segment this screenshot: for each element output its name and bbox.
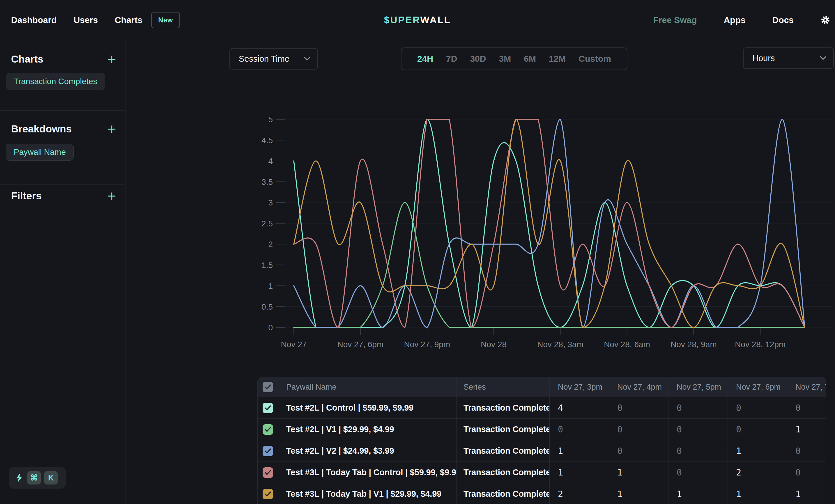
breakdown-pill-paywall-name[interactable]: Paywall Name bbox=[6, 144, 74, 161]
chevron-down-icon bbox=[304, 57, 310, 61]
y-tick-label: 3.5 bbox=[262, 177, 273, 187]
unit-select[interactable]: Hours bbox=[743, 47, 834, 69]
breakdown-table: Paywall NameSeriesNov 27, 3pmNov 27, 4pm… bbox=[257, 377, 826, 504]
range-tab-30d[interactable]: 30D bbox=[470, 54, 486, 64]
value-cell-2: 0 bbox=[669, 462, 728, 483]
nav-left: Dashboard Users Charts New bbox=[0, 12, 180, 28]
checkmark-icon bbox=[265, 448, 271, 454]
logo-suffix: WALL bbox=[420, 15, 451, 25]
row-checkbox[interactable] bbox=[263, 467, 273, 478]
sidebar: Charts + Transaction Completes Breakdown… bbox=[0, 40, 125, 504]
table-row: Test #3L | Today Tab | V1 | $29.99, $4.9… bbox=[258, 483, 826, 504]
y-tick-label: 2.5 bbox=[262, 219, 273, 228]
nav-item-apps[interactable]: Apps bbox=[724, 15, 746, 25]
value-cell-0: 2 bbox=[550, 483, 609, 504]
nav-item-dashboard[interactable]: Dashboard bbox=[11, 15, 57, 25]
select-all-checkbox[interactable] bbox=[263, 382, 273, 392]
x-tick-label: Nov 27 bbox=[281, 340, 307, 349]
table-row: Test #2L | V2 | $24.99, $3.99Transaction… bbox=[258, 440, 826, 462]
top-nav: Dashboard Users Charts New $UPERWALL Fre… bbox=[0, 0, 835, 40]
table-header-row: Paywall NameSeriesNov 27, 3pmNov 27, 4pm… bbox=[258, 377, 826, 397]
new-badge: New bbox=[151, 12, 180, 28]
row-checkbox[interactable] bbox=[263, 489, 273, 499]
nav-item-charts[interactable]: Charts bbox=[115, 15, 142, 25]
nav-item-docs[interactable]: Docs bbox=[772, 15, 794, 25]
x-tick-label: Nov 28, 9am bbox=[671, 340, 717, 349]
sidebar-section-title-breakdowns: Breakdowns bbox=[11, 123, 72, 135]
x-tick-label: Nov 27, 9pm bbox=[404, 340, 450, 349]
value-cell-2: 0 bbox=[669, 397, 728, 418]
nav-right: Free Swag Apps Docs bbox=[653, 15, 835, 25]
value-cell-1: 1 bbox=[609, 462, 669, 483]
y-tick-label: 4.5 bbox=[262, 136, 273, 145]
y-tick-label: 4 bbox=[268, 156, 273, 166]
series-cell: Transaction Completes bbox=[456, 440, 550, 462]
y-tick-label: 0 bbox=[268, 323, 273, 332]
table-header-time-4: Nov 27, 7pm bbox=[787, 377, 826, 397]
range-tab-3m[interactable]: 3M bbox=[499, 54, 511, 64]
value-cell-4: 1 bbox=[787, 419, 826, 440]
value-cell-3: 0 bbox=[728, 419, 787, 440]
paywall-name-cell: Test #3L | Today Tab | V1 | $29.99, $4.9… bbox=[278, 483, 456, 504]
value-cell-1: 0 bbox=[609, 440, 669, 462]
command-palette-shortcut[interactable]: ⌘ K bbox=[9, 467, 66, 488]
time-range-tabs: 24H7D30D3M6M12MCustom bbox=[401, 47, 627, 70]
value-cell-0: 1 bbox=[550, 462, 609, 483]
paywall-name-cell: Test #3L | Today Tab | Control | $59.99,… bbox=[278, 462, 456, 483]
unit-select-value: Hours bbox=[744, 54, 775, 63]
table-row: Test #3L | Today Tab | Control | $59.99,… bbox=[258, 462, 826, 483]
y-tick-label: 3 bbox=[268, 198, 273, 207]
x-tick-label: Nov 28, 6am bbox=[604, 340, 650, 349]
x-tick-label: Nov 28, 12pm bbox=[735, 340, 786, 349]
row-checkbox-cell bbox=[258, 440, 278, 462]
value-cell-0: 1 bbox=[550, 440, 609, 462]
range-tab-6m[interactable]: 6M bbox=[524, 54, 536, 64]
command-keycap: ⌘ bbox=[27, 471, 41, 484]
y-tick-label: 2 bbox=[268, 240, 273, 249]
metric-select-value: Session Time bbox=[230, 54, 289, 64]
row-checkbox-cell bbox=[258, 397, 278, 418]
paywall-name-cell: Test #2L | V1 | $29.99, $4.99 bbox=[278, 419, 456, 440]
series-cell: Transaction Completes bbox=[456, 419, 550, 440]
row-checkbox-cell bbox=[258, 483, 278, 504]
settings-gear-icon[interactable] bbox=[820, 15, 830, 25]
series-cell: Transaction Completes bbox=[456, 462, 550, 483]
value-cell-3: 1 bbox=[728, 483, 787, 504]
table-header-time-2: Nov 27, 5pm bbox=[669, 377, 728, 397]
chart-pill-transaction-completes[interactable]: Transaction Completes bbox=[6, 73, 105, 90]
nav-item-free-swag[interactable]: Free Swag bbox=[653, 15, 697, 25]
row-checkbox-cell bbox=[258, 419, 278, 440]
range-tab-24h[interactable]: 24H bbox=[417, 54, 433, 64]
lightning-bolt-icon bbox=[15, 473, 24, 483]
value-cell-1: 1 bbox=[609, 483, 669, 504]
y-tick-label: 5 bbox=[268, 115, 273, 124]
nav-item-users[interactable]: Users bbox=[74, 15, 98, 25]
select-all-cell bbox=[258, 377, 278, 397]
value-cell-1: 0 bbox=[609, 397, 669, 418]
value-cell-0: 4 bbox=[550, 397, 609, 418]
controls-divider bbox=[126, 74, 835, 74]
add-breakdown-button[interactable]: + bbox=[105, 123, 118, 136]
checkmark-icon bbox=[265, 470, 271, 475]
value-cell-0: 0 bbox=[550, 419, 609, 440]
range-tab-custom[interactable]: Custom bbox=[578, 54, 611, 64]
table-row: Test #2L | V1 | $29.99, $4.99Transaction… bbox=[258, 418, 826, 440]
range-tab-12m[interactable]: 12M bbox=[549, 54, 566, 64]
x-tick-label: Nov 28, 3am bbox=[537, 340, 584, 349]
nav-charts-group: Charts New bbox=[115, 12, 180, 28]
metric-select[interactable]: Session Time bbox=[229, 48, 318, 69]
logo-prefix: $UPER bbox=[384, 15, 420, 25]
value-cell-4: 1 bbox=[787, 483, 826, 504]
row-checkbox[interactable] bbox=[263, 424, 273, 435]
add-filter-button[interactable]: + bbox=[105, 190, 118, 203]
value-cell-4: 0 bbox=[787, 397, 826, 418]
superwall-logo[interactable]: $UPERWALL bbox=[384, 15, 451, 26]
table-header-paywall-name: Paywall Name bbox=[278, 377, 456, 397]
add-chart-button[interactable]: + bbox=[105, 53, 118, 66]
row-checkbox[interactable] bbox=[263, 403, 273, 413]
value-cell-3: 1 bbox=[728, 440, 787, 462]
range-tab-7d[interactable]: 7D bbox=[446, 54, 457, 64]
row-checkbox[interactable] bbox=[263, 446, 273, 456]
y-tick-label: 1 bbox=[268, 281, 273, 290]
x-tick-label: Nov 27, 6pm bbox=[338, 340, 384, 349]
